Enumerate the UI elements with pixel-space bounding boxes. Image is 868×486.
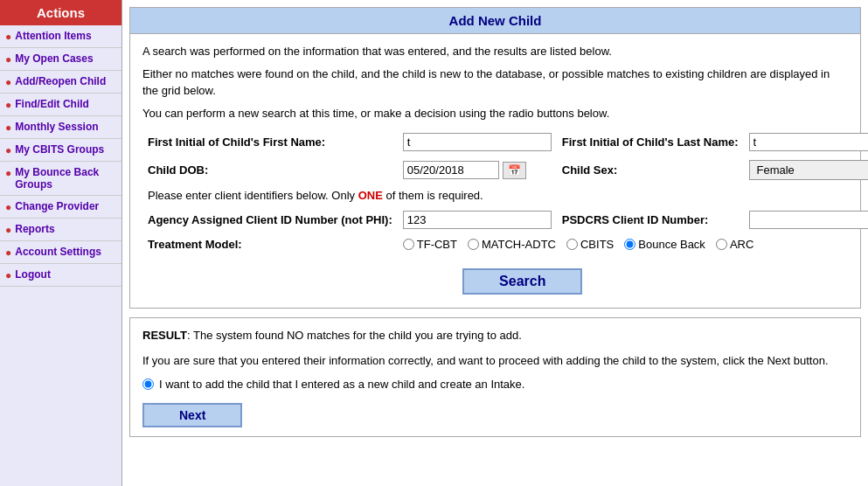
bullet-icon: ● <box>5 269 11 281</box>
last-initial-label: First Initial of Child's Last Name: <box>557 128 744 156</box>
bullet-icon: ● <box>5 53 11 66</box>
sidebar-label: My CBITS Groups <box>15 143 104 156</box>
last-initial-cell <box>744 128 869 156</box>
sidebar-item-reports[interactable]: ● Reports <box>0 219 122 241</box>
bounce-back-option[interactable]: Bounce Back <box>624 238 705 251</box>
arc-option[interactable]: ARC <box>716 238 753 251</box>
treatment-radio-group: TF-CBT MATCH-ADTC CBITS <box>403 238 868 251</box>
add-new-child-card: Add New Child A search was performed on … <box>129 7 861 309</box>
psdcrs-input[interactable] <box>749 211 869 229</box>
bounce-back-radio[interactable] <box>624 239 635 250</box>
match-adtc-label: MATCH-ADTC <box>482 238 556 251</box>
cbits-radio[interactable] <box>566 239 578 250</box>
bullet-icon: ● <box>5 224 11 236</box>
dob-label: Child DOB: <box>142 156 398 184</box>
sidebar-label: My Open Cases <box>15 52 93 65</box>
date-wrapper: 📅 <box>403 161 552 179</box>
sidebar-item-my-open-cases[interactable]: ● My Open Cases <box>0 48 122 71</box>
add-child-label: I want to add the child that I entered a… <box>159 378 524 391</box>
proceed-text: If you are sure that you entered their i… <box>142 352 848 371</box>
bullet-icon: ● <box>5 144 11 156</box>
calendar-button[interactable]: 📅 <box>503 162 526 179</box>
tf-cbt-label: TF-CBT <box>417 238 457 251</box>
add-child-radio-row: I want to add the child that I entered a… <box>142 378 848 391</box>
info-line-1: A search was performed on the informatio… <box>142 43 848 60</box>
bullet-icon: ● <box>5 167 11 179</box>
sidebar-label: My Bounce Back Groups <box>15 166 118 191</box>
sidebar-item-my-bounce-back-groups[interactable]: ● My Bounce Back Groups <box>0 162 122 196</box>
agency-id-label: Agency Assigned Client ID Number (not PH… <box>142 206 398 233</box>
result-card: RESULT: The system found NO matches for … <box>129 317 861 437</box>
sidebar-label: Add/Reopen Child <box>15 75 106 87</box>
bullet-icon: ● <box>5 99 11 111</box>
search-btn-row: Search <box>142 255 868 299</box>
bounce-back-label: Bounce Back <box>638 238 705 251</box>
agency-id-cell <box>398 206 557 233</box>
agency-id-input[interactable] <box>403 211 552 229</box>
cbits-option[interactable]: CBITS <box>566 238 614 251</box>
result-label: RESULT <box>142 329 187 342</box>
sidebar-label: Change Provider <box>15 200 99 212</box>
bullet-icon: ● <box>5 122 11 134</box>
result-card-body: RESULT: The system found NO matches for … <box>130 318 860 436</box>
arc-radio[interactable] <box>716 239 727 250</box>
sidebar-item-find-edit-child[interactable]: ● Find/Edit Child <box>0 94 122 116</box>
info-line-3: You can perform a new search at this tim… <box>142 105 848 122</box>
sidebar-item-logout[interactable]: ● Logout <box>0 264 122 287</box>
sidebar-item-add-reopen-child[interactable]: ● Add/Reopen Child <box>0 71 122 94</box>
one-required-text: ONE <box>358 189 383 202</box>
result-message: : The system found NO matches for the ch… <box>187 329 522 342</box>
sidebar-label: Logout <box>15 268 51 281</box>
add-child-radio[interactable] <box>142 378 154 390</box>
result-text: RESULT: The system found NO matches for … <box>142 327 848 345</box>
treatment-model-cell: TF-CBT MATCH-ADTC CBITS <box>398 233 868 255</box>
psdcrs-cell <box>744 206 869 233</box>
last-initial-input[interactable] <box>749 133 869 151</box>
sex-label: Child Sex: <box>557 156 744 184</box>
cbits-label: CBITS <box>580 238 614 251</box>
dob-input[interactable] <box>403 161 499 179</box>
sidebar-label: Find/Edit Child <box>15 98 89 110</box>
sidebar-item-account-settings[interactable]: ● Account Settings <box>0 241 122 264</box>
first-initial-input[interactable] <box>403 133 552 151</box>
match-adtc-option[interactable]: MATCH-ADTC <box>468 238 556 251</box>
match-adtc-radio[interactable] <box>468 239 479 250</box>
next-button[interactable]: Next <box>142 403 242 427</box>
sidebar-label: Monthly Session <box>15 121 98 133</box>
sex-cell: Female Male <box>744 156 869 184</box>
bullet-icon: ● <box>5 76 11 88</box>
bullet-icon: ● <box>5 246 11 259</box>
identifier-note-text2: of them is required. <box>383 189 483 202</box>
sex-select[interactable]: Female Male <box>749 160 869 180</box>
sidebar-header: Actions <box>0 0 122 25</box>
sidebar-item-change-provider[interactable]: ● Change Provider <box>0 196 122 219</box>
first-initial-cell <box>398 128 557 156</box>
sidebar-item-attention-items[interactable]: ● Attention Items <box>0 25 122 48</box>
identifier-note-text: Please enter client identifiers below. O… <box>148 189 358 202</box>
sidebar-label: Account Settings <box>15 246 101 258</box>
arc-label: ARC <box>730 238 753 251</box>
tf-cbt-option[interactable]: TF-CBT <box>403 238 457 251</box>
tf-cbt-radio[interactable] <box>403 239 414 250</box>
dob-cell: 📅 <box>398 156 557 184</box>
info-line-2: Either no matches were found on the chil… <box>142 66 848 100</box>
main-content: Add New Child A search was performed on … <box>122 0 868 486</box>
search-form: First Initial of Child's First Name: Fir… <box>142 128 868 299</box>
bullet-icon: ● <box>5 201 11 213</box>
card-body: A search was performed on the informatio… <box>130 34 860 308</box>
bullet-icon: ● <box>5 31 11 43</box>
identifier-note-row: Please enter client identifiers below. O… <box>142 184 868 206</box>
psdcrs-label: PSDCRS Client ID Number: <box>557 206 744 233</box>
sidebar-label: Reports <box>15 223 54 235</box>
page-title: Add New Child <box>130 8 860 34</box>
sidebar-item-monthly-session[interactable]: ● Monthly Session <box>0 116 122 139</box>
sidebar: Actions ● Attention Items ● My Open Case… <box>0 0 122 486</box>
sidebar-item-my-cbits-groups[interactable]: ● My CBITS Groups <box>0 139 122 162</box>
sidebar-label: Attention Items <box>15 30 91 42</box>
first-initial-label: First Initial of Child's First Name: <box>142 128 398 156</box>
treatment-model-label: Treatment Model: <box>142 233 398 255</box>
search-button[interactable]: Search <box>462 268 582 295</box>
